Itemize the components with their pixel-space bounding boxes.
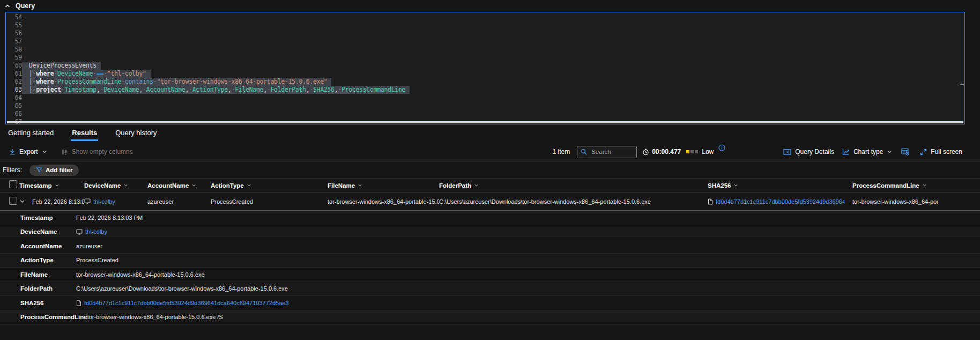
query-duration: 00:00.477	[642, 148, 681, 156]
detail-label: Timestamp	[0, 215, 76, 221]
results-header-row: Timestamp DeviceName AccountName ActionT…	[0, 178, 980, 192]
code-line[interactable]: 66	[6, 110, 963, 118]
cell-folderpath: C:\Users\azureuser\Downloads\tor-browser…	[439, 198, 708, 205]
chevron-down-icon	[733, 183, 738, 188]
info-icon[interactable]	[718, 144, 725, 151]
code-line[interactable]: 61|·where·DeviceName·==·"thl-colby"	[6, 70, 963, 78]
column-header-timestamp[interactable]: Timestamp	[19, 182, 84, 189]
detail-row: AccountNameazureuser	[0, 239, 980, 254]
results-toolbar: Export Show empty columns 1 item 00:00.4…	[0, 143, 980, 161]
chevron-down-icon	[887, 149, 892, 154]
query-section-header: Query	[0, 0, 980, 12]
code-line[interactable]: 56	[6, 29, 963, 38]
advanced-hunting-results-panel: Query 54555657585960DeviceProcessEvents6…	[0, 0, 980, 12]
column-header-folderpath[interactable]: FolderPath	[439, 182, 708, 189]
column-header-sha256[interactable]: SHA256	[708, 182, 852, 189]
code-line[interactable]: 57	[6, 38, 963, 46]
code-line[interactable]: 55	[6, 21, 963, 29]
detail-value[interactable]: fd0d4b77d1c1c911c7dbb00de5fd53924d9d3696…	[76, 300, 289, 306]
code-line[interactable]: 54	[6, 13, 963, 21]
code-text: |·project·Timestamp,·DeviceName,·Account…	[22, 86, 410, 94]
device-icon	[76, 229, 83, 235]
columns-icon	[61, 149, 68, 156]
column-header-accountname[interactable]: AccountName	[147, 182, 211, 189]
row-checkbox[interactable]	[9, 197, 17, 205]
search-input[interactable]	[590, 148, 633, 156]
detail-row: DeviceNamethl-colby	[0, 225, 980, 240]
chevron-down-icon	[247, 183, 251, 188]
detail-value[interactable]: thl-colby	[76, 228, 107, 235]
tab-results[interactable]: Results	[71, 127, 98, 141]
detail-value: Feb 22, 2026 8:13:03 PM	[76, 215, 143, 221]
chevron-down-icon	[358, 183, 362, 188]
search-box[interactable]	[577, 146, 637, 158]
export-button[interactable]: Export	[9, 148, 47, 156]
row-expand-chevron-icon[interactable]	[19, 198, 32, 204]
tab-getting-started[interactable]: Getting started	[7, 127, 55, 139]
column-header-actiontype[interactable]: ActionType	[211, 182, 328, 189]
column-header-filename[interactable]: FileName	[328, 182, 439, 189]
detail-link[interactable]: thl-colby	[85, 228, 107, 235]
query-details-label: Query Details	[795, 148, 834, 156]
cell-sha256: fd0d4b77d1c1c911c7dbb00de5fd53924d9d3696…	[708, 198, 852, 205]
editor-overview-ruler-mark	[960, 84, 964, 85]
cell-processcommandline: tor-browser-windows-x86_64-portable-15.0…	[852, 198, 980, 205]
detail-label: ProcessCommandLine	[0, 314, 87, 320]
code-line[interactable]: 59	[6, 54, 963, 62]
chart-type-button[interactable]: Chart type	[842, 148, 892, 156]
full-screen-icon	[920, 149, 927, 156]
line-number: 65	[6, 102, 22, 110]
chart-type-label: Chart type	[853, 148, 883, 156]
column-header-processcommandline[interactable]: ProcessCommandLine	[852, 182, 980, 189]
detail-label: FolderPath	[0, 285, 76, 292]
detail-row: FolderPathC:\Users\azureuser\Downloads\t…	[0, 282, 980, 297]
select-all-checkbox[interactable]	[9, 180, 17, 188]
code-line[interactable]: 64	[6, 94, 963, 102]
query-editor[interactable]: 54555657585960DeviceProcessEvents61|·whe…	[5, 12, 965, 124]
cell-accountname: azureuser	[147, 198, 211, 205]
detail-text: azureuser	[76, 243, 102, 249]
tab-query-history[interactable]: Query history	[114, 127, 158, 139]
show-empty-columns-toggle[interactable]: Show empty columns	[61, 148, 133, 156]
code-line[interactable]: 62|·where·ProcessCommandLine·contains·"t…	[6, 78, 963, 86]
add-filter-label: Add filter	[46, 167, 72, 173]
cell-filename: tor-browser-windows-x86_64-portable-15.0…	[328, 198, 439, 205]
query-section-title: Query	[16, 2, 35, 10]
query-duration-value: 00:00.477	[652, 148, 681, 156]
column-settings-icon[interactable]	[901, 148, 909, 156]
device-link[interactable]: thl-colby	[93, 198, 115, 205]
query-details-button[interactable]: Query Details	[783, 148, 834, 156]
line-number: 66	[6, 110, 22, 118]
line-number: 63	[6, 86, 22, 94]
column-header-devicename[interactable]: DeviceName	[84, 182, 147, 189]
full-screen-button[interactable]: Full screen	[920, 148, 962, 156]
sha256-link[interactable]: fd0d4b77d1c1c911c7dbb00de5fd53924d9d3696…	[716, 198, 844, 205]
code-line[interactable]: 65	[6, 102, 963, 110]
add-filter-button[interactable]: Add filter	[29, 165, 79, 176]
show-empty-columns-label: Show empty columns	[72, 148, 133, 156]
cell-actiontype: ProcessCreated	[211, 198, 328, 205]
code-text	[22, 102, 29, 110]
device-icon	[84, 198, 91, 204]
chevron-down-icon	[922, 183, 927, 188]
chevron-up-icon[interactable]	[4, 3, 11, 9]
file-icon	[76, 300, 81, 306]
code-text	[22, 13, 29, 21]
result-row[interactable]: Feb 22, 2026 8:13:03 thl-colby azureuser…	[0, 192, 980, 211]
detail-row: TimestampFeb 22, 2026 8:13:03 PM	[0, 211, 980, 225]
export-label: Export	[19, 148, 38, 156]
line-number: 58	[6, 46, 22, 54]
detail-row: ProcessCommandLinetor-browser-windows-x8…	[0, 311, 980, 325]
detail-link[interactable]: fd0d4b77d1c1c911c7dbb00de5fd53924d9d3696…	[84, 300, 289, 306]
detail-text: Feb 22, 2026 8:13:03 PM	[76, 215, 143, 221]
meter-square-empty	[691, 150, 694, 153]
code-line[interactable]: 63|·project·Timestamp,·DeviceName,·Accou…	[6, 86, 963, 94]
code-line[interactable]: 60DeviceProcessEvents	[6, 62, 963, 70]
resource-usage-meter	[686, 150, 698, 153]
download-icon	[9, 149, 16, 155]
detail-label: FileName	[0, 271, 76, 278]
code-line[interactable]: 58	[6, 46, 963, 54]
editor-horizontal-scrollbar[interactable]	[7, 121, 963, 123]
filter-icon	[36, 167, 42, 173]
code-text: DeviceProcessEvents	[22, 62, 101, 70]
